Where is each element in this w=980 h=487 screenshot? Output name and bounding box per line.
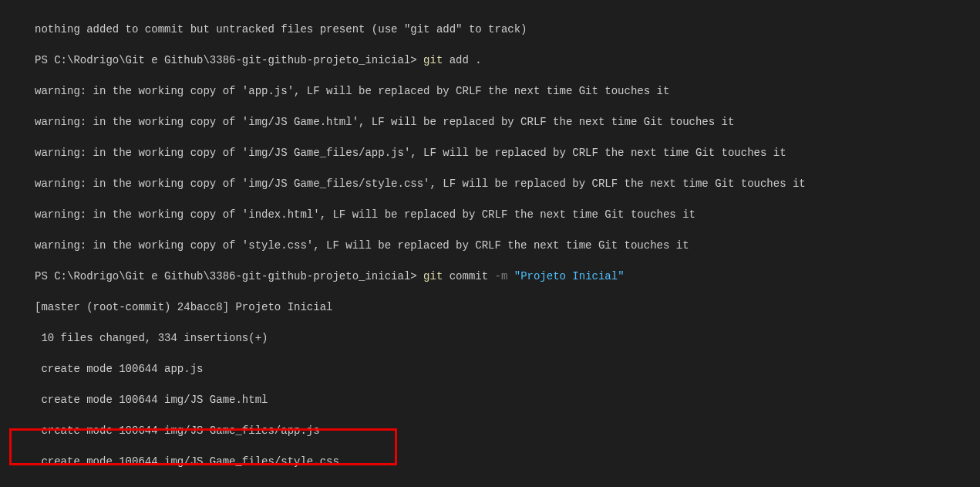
- terminal-line: create mode 100644 img/JS Game_files/app…: [35, 423, 980, 438]
- terminal-line: PS C:\Rodrigo\Git e Github\3386-git-gith…: [35, 269, 980, 284]
- terminal-line: warning: in the working copy of 'style.c…: [35, 238, 980, 253]
- terminal-line: warning: in the working copy of 'img/JS …: [35, 145, 980, 161]
- terminal-line: nothing added to commit but untracked fi…: [35, 22, 980, 37]
- terminal-line: warning: in the working copy of 'img/JS …: [35, 176, 980, 191]
- command-args: add .: [450, 54, 482, 66]
- terminal-line: warning: in the working copy of 'index.h…: [35, 207, 980, 222]
- git-command: git: [423, 270, 450, 282]
- command-flag: -m: [495, 270, 514, 282]
- command-string: "Projeto Inicial": [514, 270, 625, 282]
- prompt-text: PS C:\Rodrigo\Git e Github\3386-git-gith…: [35, 54, 423, 66]
- terminal-line: create mode 100644 img/JS Game.html: [35, 392, 980, 408]
- terminal-line: PS C:\Rodrigo\Git e Github\3386-git-gith…: [35, 52, 980, 68]
- prompt-text: PS C:\Rodrigo\Git e Github\3386-git-gith…: [35, 270, 423, 282]
- terminal-line: warning: in the working copy of 'img/JS …: [35, 114, 980, 130]
- terminal-line: warning: in the working copy of 'app.js'…: [35, 83, 980, 99]
- terminal-line: [master (root-commit) 24bacc8] Projeto I…: [35, 299, 980, 315]
- terminal-output[interactable]: nothing added to commit but untracked fi…: [0, 6, 980, 487]
- command-args: commit: [450, 270, 495, 282]
- terminal-line: create mode 100644 img/JS Game_files/sty…: [35, 454, 980, 469]
- terminal-line: 10 files changed, 334 insertions(+): [35, 330, 980, 346]
- terminal-line: create mode 100644 app.js: [35, 361, 980, 377]
- git-command: git: [423, 54, 450, 66]
